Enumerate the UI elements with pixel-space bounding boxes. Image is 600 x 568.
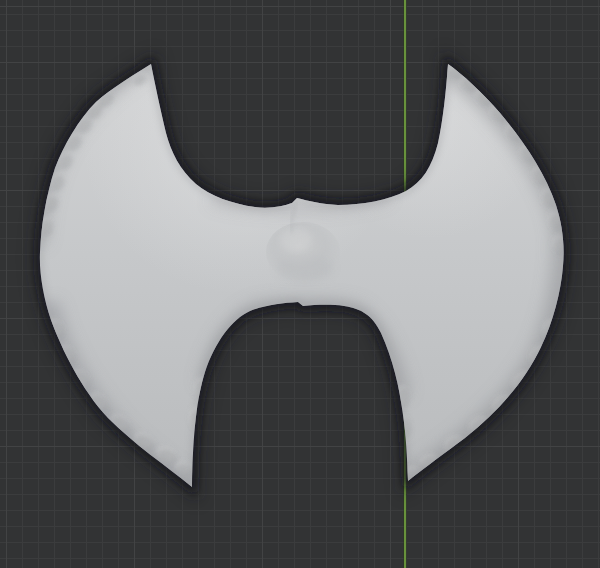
viewport-3d[interactable] xyxy=(0,0,600,568)
model-axe-head[interactable] xyxy=(0,0,600,568)
center-bump xyxy=(266,222,340,282)
